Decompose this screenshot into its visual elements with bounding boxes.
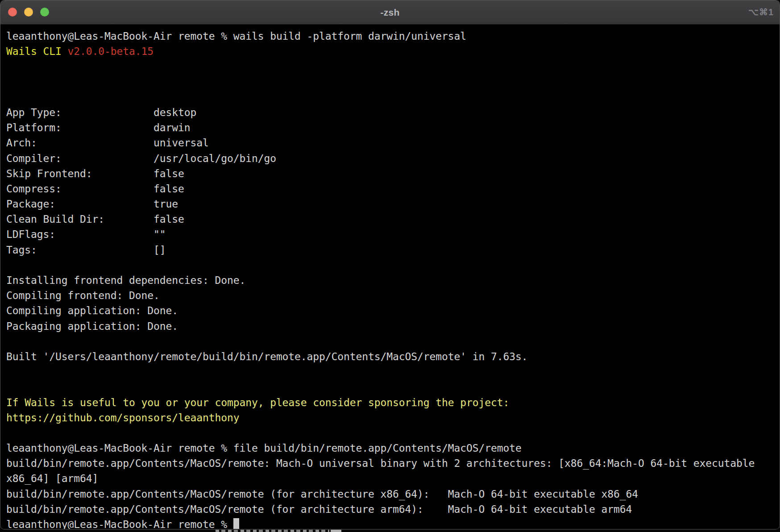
terminal-line: https://github.com/sponsors/leaanthony (6, 410, 780, 425)
terminal-line: Arch: universal (6, 135, 780, 150)
terminal-line: build/bin/remote.app/Contents/MacOS/remo… (6, 486, 780, 502)
terminal-text-segment: leaanthony@Leas-MacBook-Air remote % (6, 519, 233, 530)
terminal-line: build/bin/remote.app/Contents/MacOS/remo… (6, 502, 780, 517)
tab-shortcut-hint: ⌥⌘1 (748, 0, 774, 24)
terminal-line (6, 425, 780, 441)
terminal-text-segment: Compiling application: Done. (6, 305, 178, 316)
terminal-text-segment: Installing frontend dependencies: Done. (6, 274, 245, 286)
terminal-text-segment: build/bin/remote.app/Contents/MacOS/remo… (6, 488, 638, 500)
terminal-text-segment: build/bin/remote.app/Contents/MacOS/remo… (6, 503, 632, 515)
terminal-window: -zsh ⌥⌘1 leaanthony@Leas-MacBook-Air rem… (0, 0, 780, 530)
terminal-text-segment: Platform: (6, 122, 62, 133)
terminal-text-segment: leaanthony@Leas-MacBook-Air remote % fil… (6, 442, 522, 454)
terminal-line (6, 379, 780, 395)
terminal-line: Skip Frontend: false (6, 166, 780, 181)
terminal-line: Packaging application: Done. (6, 319, 780, 334)
terminal-text-segment: Wails CLI (6, 46, 67, 57)
terminal-line: Tags: [] (6, 242, 780, 258)
terminal-line (6, 75, 780, 90)
terminal-text-segment: Compiler: (6, 153, 62, 164)
terminal-text-segment: LDFlags: (6, 229, 55, 240)
terminal-text-segment: [] (154, 244, 166, 256)
terminal-line: Compress: false (6, 181, 780, 196)
window-titlebar[interactable]: -zsh ⌥⌘1 (0, 0, 780, 25)
terminal-text-segment: Package: (6, 198, 55, 210)
terminal-line: Built '/Users/leaanthony/remote/build/bi… (6, 349, 780, 364)
terminal-line: leaanthony@Leas-MacBook-Air remote % wai… (6, 29, 780, 44)
terminal-text-segment: https://github.com/sponsors/leaanthony (6, 412, 239, 424)
terminal-line: Wails CLI v2.0.0-beta.15 (6, 44, 780, 59)
terminal-line: Compiling application: Done. (6, 303, 780, 318)
terminal-text-segment: Tags: (6, 244, 37, 256)
terminal-text-segment: /usr/local/go/bin/go (154, 153, 276, 164)
terminal-line (6, 334, 780, 349)
terminal-text-segment: Arch: (6, 137, 37, 149)
terminal-line (6, 59, 780, 74)
terminal-text-segment: darwin (154, 122, 190, 133)
terminal-line (6, 90, 780, 105)
terminal-line: leaanthony@Leas-MacBook-Air remote % fil… (6, 441, 780, 456)
terminal-text-segment: universal (154, 137, 209, 149)
terminal-text-segment: false (154, 213, 184, 225)
terminal-line: Compiler: /usr/local/go/bin/go (6, 151, 780, 166)
terminal-line (6, 364, 780, 379)
terminal-line: If Wails is useful to you or your compan… (6, 395, 780, 410)
terminal-line: Platform: darwin (6, 120, 780, 135)
terminal-text-segment: build/bin/remote.app/Contents/MacOS/remo… (6, 457, 755, 469)
background-window-sliver (216, 530, 329, 532)
terminal-text-segment: Built '/Users/leaanthony/remote/build/bi… (6, 351, 528, 362)
window-title: -zsh (0, 0, 780, 24)
terminal-text-segment: true (154, 198, 178, 210)
terminal-text-segment: App Type: (6, 107, 62, 118)
terminal-text-segment: Skip Frontend: (6, 168, 92, 179)
terminal-text-segment: leaanthony@Leas-MacBook-Air remote % wai… (6, 30, 466, 42)
terminal-text-segment: Packaging application: Done. (6, 320, 178, 332)
terminal-text-segment: Compiling frontend: Done. (6, 290, 160, 301)
terminal-line: build/bin/remote.app/Contents/MacOS/remo… (6, 456, 780, 471)
terminal-line: leaanthony@Leas-MacBook-Air remote % (6, 517, 780, 530)
terminal-line: Compiling frontend: Done. (6, 288, 780, 303)
terminal-line: Installing frontend dependencies: Done. (6, 273, 780, 288)
terminal-text-segment: false (154, 183, 184, 195)
terminal-screen[interactable]: leaanthony@Leas-MacBook-Air remote % wai… (0, 25, 780, 529)
terminal-text-segment: desktop (154, 107, 196, 118)
terminal-line (6, 258, 780, 273)
terminal-line: Clean Build Dir: false (6, 212, 780, 227)
terminal-text-segment: Clean Build Dir: (6, 213, 104, 225)
terminal-line: Package: true (6, 196, 780, 212)
terminal-text-segment: v2.0.0-beta.15 (67, 46, 153, 57)
terminal-output: leaanthony@Leas-MacBook-Air remote % wai… (0, 25, 780, 530)
terminal-line: x86_64] [arm64] (6, 471, 780, 486)
terminal-text-segment: "" (154, 229, 166, 240)
background-window-cursor-sliver (331, 530, 341, 532)
terminal-line: App Type: desktop (6, 105, 780, 120)
terminal-text-segment: Compress: (6, 183, 62, 195)
terminal-line: LDFlags: "" (6, 227, 780, 242)
terminal-text-segment: x86_64] [arm64] (6, 473, 98, 484)
terminal-text-segment: false (154, 168, 184, 179)
terminal-text-segment: If Wails is useful to you or your compan… (6, 397, 509, 408)
terminal-cursor (233, 518, 240, 530)
